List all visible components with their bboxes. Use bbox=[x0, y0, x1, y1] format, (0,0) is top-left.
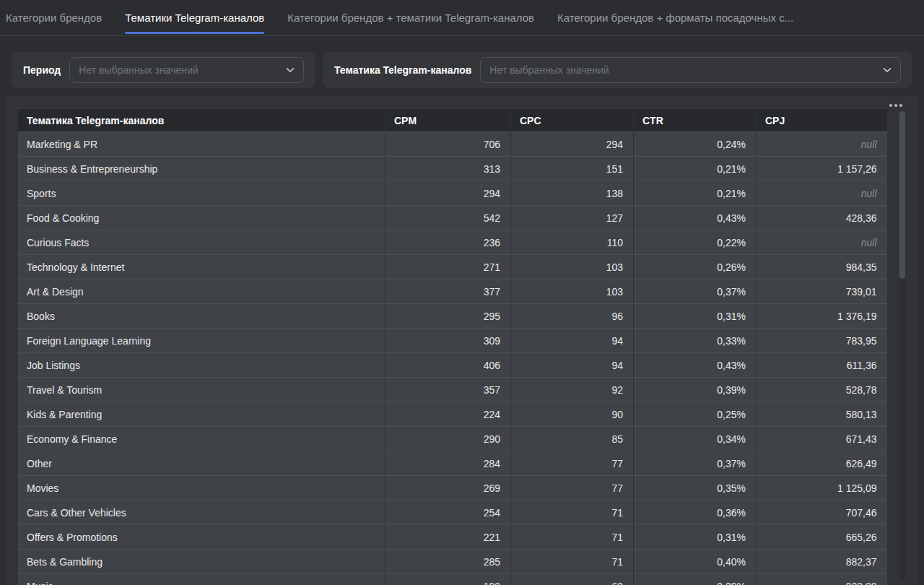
tab-1[interactable]: Категории брендов bbox=[6, 0, 102, 35]
topic-cell: Kids & Parenting bbox=[18, 402, 385, 427]
value-cell: 0,33% bbox=[634, 329, 757, 353]
value-cell: 0,39% bbox=[634, 378, 757, 402]
topic-cell: Bets & Gambling bbox=[18, 550, 385, 574]
topic-cell: Movies bbox=[18, 476, 385, 500]
table-row[interactable]: Movies269770,35%1 125,09 bbox=[18, 476, 887, 500]
value-cell: 110 bbox=[511, 230, 634, 255]
table-row[interactable]: Sports2941380,21%null bbox=[18, 181, 887, 206]
column-header[interactable]: CPM bbox=[385, 109, 511, 132]
topic-filter-label: Тематика Telegram-каналов bbox=[334, 64, 471, 76]
topic-cell: Books bbox=[18, 304, 385, 329]
tab-bar: Категории брендовТематики Telegram-канал… bbox=[0, 0, 924, 36]
value-cell: 309 bbox=[385, 329, 511, 353]
table-row[interactable]: Kids & Parenting224900,25%580,13 bbox=[18, 402, 887, 427]
value-cell: 103 bbox=[511, 255, 634, 280]
table-row[interactable]: Art & Design3771030,37%739,01 bbox=[18, 280, 887, 304]
value-cell: 0,21% bbox=[634, 181, 757, 206]
table-row[interactable]: Offers & Promotions221710,31%665,26 bbox=[18, 525, 887, 550]
value-cell: 739,01 bbox=[757, 280, 887, 304]
topic-cell: Offers & Promotions bbox=[18, 525, 385, 550]
topic-cell: Cars & Other Vehicles bbox=[18, 500, 385, 525]
value-cell: 1 125,09 bbox=[757, 476, 887, 500]
table-row[interactable]: Marketing & PR7062940,24%null bbox=[18, 132, 887, 157]
value-cell: 1 376,19 bbox=[757, 304, 887, 329]
value-cell: 138 bbox=[511, 181, 634, 206]
tab-4[interactable]: Категории брендов + форматы посадочных с… bbox=[557, 0, 793, 35]
value-cell: 77 bbox=[511, 476, 634, 500]
topic-cell: Curious Facts bbox=[18, 230, 385, 255]
value-cell: 290 bbox=[385, 427, 511, 451]
value-cell: 85 bbox=[511, 427, 634, 451]
value-cell: 0,26% bbox=[634, 255, 757, 280]
vertical-scrollbar[interactable] bbox=[899, 110, 905, 581]
table-row[interactable]: Economy & Finance290850,34%671,43 bbox=[18, 427, 887, 451]
value-cell: 665,26 bbox=[757, 525, 887, 550]
table-row[interactable]: Other284770,37%626,49 bbox=[18, 451, 887, 476]
chevron-down-icon bbox=[284, 64, 296, 76]
topic-cell: Job Listings bbox=[18, 353, 385, 378]
ellipsis-icon[interactable] bbox=[888, 103, 904, 108]
value-cell: 0,40% bbox=[634, 550, 757, 574]
topic-cell: Sports bbox=[18, 181, 385, 206]
value-cell: 284 bbox=[385, 451, 511, 476]
value-cell: 236 bbox=[385, 230, 511, 255]
chevron-down-icon bbox=[881, 64, 893, 76]
value-cell: 127 bbox=[511, 206, 634, 230]
value-cell: 984,35 bbox=[757, 255, 887, 280]
table-row[interactable]: Bets & Gambling285710,40%882,37 bbox=[18, 550, 887, 574]
value-cell: 923,88 bbox=[757, 574, 887, 585]
tab-3[interactable]: Категории брендов + тематики Telegram-ка… bbox=[287, 0, 534, 35]
filter-panel-period: Период Нет выбранных значений bbox=[12, 52, 315, 88]
value-cell: 77 bbox=[511, 451, 634, 476]
table-row[interactable]: Business & Entrepreneurship3131510,21%1 … bbox=[18, 157, 887, 181]
column-header[interactable]: Тематика Telegram-каналов bbox=[18, 109, 385, 132]
value-cell: 221 bbox=[385, 525, 511, 550]
value-cell: 96 bbox=[511, 304, 634, 329]
value-cell: 707,46 bbox=[757, 500, 887, 525]
value-cell: 254 bbox=[385, 500, 511, 525]
value-cell: 285 bbox=[385, 550, 511, 574]
topic-select[interactable]: Нет выбранных значений bbox=[480, 57, 901, 83]
value-cell: 71 bbox=[511, 525, 634, 550]
topic-cell: Marketing & PR bbox=[18, 132, 385, 157]
column-header[interactable]: CTR bbox=[634, 109, 757, 132]
value-cell: null bbox=[757, 132, 887, 157]
value-cell: 611,36 bbox=[757, 353, 887, 378]
value-cell: 0,43% bbox=[634, 206, 757, 230]
value-cell: null bbox=[757, 181, 887, 206]
value-cell: 295 bbox=[385, 304, 511, 329]
table-row[interactable]: Curious Facts2361100,22%null bbox=[18, 230, 887, 255]
table-row[interactable]: Books295960,31%1 376,19 bbox=[18, 304, 887, 329]
value-cell: 377 bbox=[385, 280, 511, 304]
scrollbar-thumb[interactable] bbox=[899, 111, 905, 279]
value-cell: 269 bbox=[385, 476, 511, 500]
value-cell: 71 bbox=[511, 500, 634, 525]
table-row[interactable]: Cars & Other Vehicles254710,36%707,46 bbox=[18, 500, 887, 525]
value-cell: 0,37% bbox=[634, 451, 757, 476]
tab-2[interactable]: Тематики Telegram-каналов bbox=[125, 0, 264, 35]
value-cell: 0,25% bbox=[634, 402, 757, 427]
period-filter-label: Период bbox=[23, 64, 61, 76]
value-cell: 1 157,26 bbox=[757, 157, 887, 181]
table-row[interactable]: Technology & Internet2711030,26%984,35 bbox=[18, 255, 887, 280]
table-row[interactable]: Food & Cooking5421270,43%428,36 bbox=[18, 206, 887, 230]
column-header[interactable]: CPJ bbox=[757, 109, 887, 132]
value-cell: 294 bbox=[385, 181, 511, 206]
topic-select-placeholder: Нет выбранных значений bbox=[489, 64, 876, 76]
table-row[interactable]: Foreign Language Learning309940,33%783,9… bbox=[18, 329, 887, 353]
value-cell: 0,35% bbox=[634, 476, 757, 500]
value-cell: 224 bbox=[385, 402, 511, 427]
period-select[interactable]: Нет выбранных значений bbox=[69, 57, 304, 83]
value-cell: 0,21% bbox=[634, 157, 757, 181]
value-cell: 0,29% bbox=[634, 574, 757, 585]
value-cell: 90 bbox=[511, 402, 634, 427]
table-row[interactable]: Travel & Tourism357920,39%528,78 bbox=[18, 378, 887, 402]
table-row[interactable]: Music199690,29%923,88 bbox=[18, 574, 887, 585]
column-header[interactable]: CPC bbox=[511, 109, 634, 132]
table-row[interactable]: Job Listings406940,43%611,36 bbox=[18, 353, 887, 378]
value-cell: 542 bbox=[385, 206, 511, 230]
table-widget: Тематика Telegram-каналовCPMCPCCTRCPJ Ma… bbox=[6, 95, 918, 585]
value-cell: 0,34% bbox=[634, 427, 757, 451]
value-cell: 783,95 bbox=[757, 329, 887, 353]
value-cell: 0,43% bbox=[634, 353, 757, 378]
